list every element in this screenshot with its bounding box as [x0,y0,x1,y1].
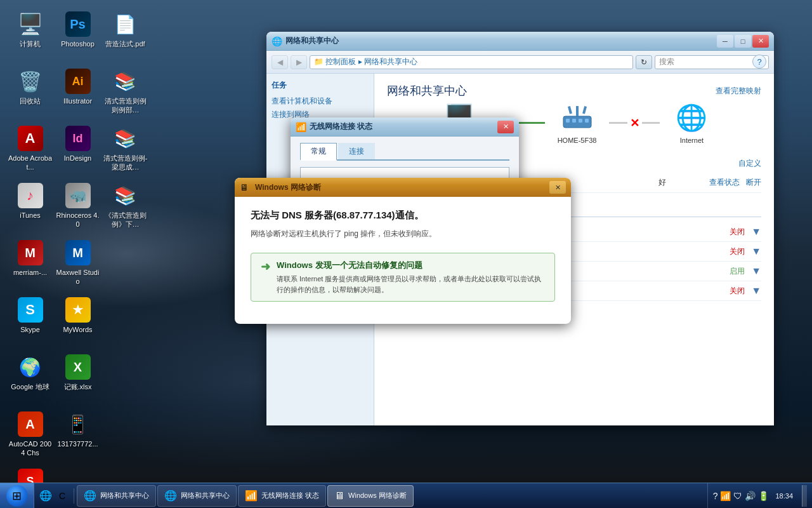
tray-volume-icon[interactable]: 🔊 [745,491,756,501]
disconnect-link[interactable]: 断开 [746,177,761,188]
desktop-icon-merriam[interactable]: M merriam-... [6,235,54,289]
node-internet: 🌐 Internet [672,102,710,144]
connection-status-wifi: 好 [658,177,697,188]
desktop-icon-google-earth[interactable]: 🌍 Google 地球 [6,349,54,403]
quick-launch-ie[interactable]: 🌐 [38,488,53,504]
desktop-icon-maxwell[interactable]: M Maxwell Studio [54,235,102,289]
network-diagnostic-dialog: 🖥 Windows 网络诊断 ✕ 无法与 DNS 服务器(68.87.77.13… [235,178,571,324]
breadcrumb[interactable]: 📁 控制面板 ▸ 网络和共享中心 [310,55,633,69]
expand-btn-1[interactable]: ▼ [751,226,761,237]
desktop-icon-mywords[interactable]: ★ MyWords [54,292,102,346]
start-button[interactable]: ⊞ [0,483,34,509]
node-router-label: HOME-5F38 [558,137,597,144]
search-placeholder: 搜索 [659,57,674,67]
diagnostic-main-text: 无法与 DNS 服务器(68.87.77.134)通信。 [251,210,555,222]
desktop-icon-acrobat[interactable]: A Adobe Acrobat... [6,121,54,175]
sharing-status-2: 关闭 [730,246,745,257]
desktop-icon-skype[interactable]: S Skype [6,292,54,346]
tab-connection[interactable]: 连接 [338,143,375,159]
tab-bar: 常规 连接 [300,143,509,161]
connection-line-broken [609,122,660,124]
desktop-icon-book3[interactable]: 📚 《清式营造则例》下… [102,178,149,232]
taskbar-item-network2[interactable]: 🌐 网络和共享中心 [157,485,237,507]
view-status-link[interactable]: 查看状态 [709,177,740,188]
desktop-icon-illustrator[interactable]: Ai Illustrator [54,64,102,117]
svg-rect-2 [572,119,576,123]
desktop-icon-photoshop[interactable]: Ps Photoshop [54,6,102,60]
taskbar-label-wireless: 无线网络连接 状态 [261,491,319,500]
desktop-icon-book2[interactable]: 📚 清式营造则例-梁思成… [102,121,149,175]
navigation-bar: ◀ ▶ 📁 控制面板 ▸ 网络和共享中心 ↻ 搜索 🔍 [266,51,774,74]
sidebar-tasks-title: 任务 [272,80,369,91]
close-button[interactable]: ✕ [752,35,769,48]
svg-rect-7 [582,106,587,114]
result-text-area: Windows 发现一个无法自动修复的问题 请联系 Internet 服务提供商… [277,260,545,295]
diagnostic-title-icon: 🖥 [240,182,250,192]
desktop-icon-computer[interactable]: 🖥️ 计算机 [6,6,54,60]
help-button[interactable]: ? [752,55,766,69]
tray-network-icon[interactable]: 📶 [720,491,731,501]
desktop-icon-recycle[interactable]: 🗑️ 回收站 [6,64,54,117]
tab-general[interactable]: 常规 [300,143,337,161]
taskbar-item-network1[interactable]: 🌐 网络和共享中心 [77,485,156,507]
result-title: Windows 发现一个无法自动修复的问题 [277,260,545,271]
tray-battery-icon[interactable]: 🔋 [758,491,769,501]
sidebar-link-view-devices[interactable]: 查看计算机和设备 [272,95,369,108]
taskbar-item-wireless[interactable]: 📶 无线网络连接 状态 [238,485,326,507]
tray-help-icon[interactable]: ? [713,491,718,501]
system-tray-icons: ? 📶 🛡 🔊 🔋 [713,491,769,501]
customize-link[interactable]: 自定义 [738,157,761,170]
taskbar-icon-network1: 🌐 [84,490,96,502]
taskbar-items-area: 🌐 网络和共享中心 🌐 网络和共享中心 📶 无线网络连接 状态 🖥 Window… [74,483,707,508]
tray-shield-icon[interactable]: 🛡 [733,491,742,501]
node-router: HOME-5F38 [558,102,597,144]
expand-btn-4[interactable]: ▼ [751,285,761,297]
taskbar-system-tray: ? 📶 🛡 🔊 🔋 18:34 [707,483,812,508]
svg-rect-1 [566,119,570,123]
diag-close-button[interactable]: ✕ [549,181,566,194]
desktop-icon-autocad[interactable]: A AutoCAD 2004 Chs [6,406,54,460]
network-main-title: 网络和共享中心 [387,83,467,98]
breadcrumb-text: 📁 控制面板 ▸ 网络和共享中心 [314,57,417,67]
quick-launch-browser[interactable]: C [55,488,70,504]
desktop-icon-pdf[interactable]: 📄 营造法式.pdf [102,6,149,60]
start-orb: ⊞ [6,485,28,507]
desktop-icon-indesign[interactable]: Id InDesign [54,121,102,175]
back-button[interactable]: ◀ [272,55,288,69]
desktop-icon-book1[interactable]: 📚 清式营造则例则例部… [102,64,149,117]
wireless-dialog-titlebar: 📶 无线网络连接 状态 ✕ [291,117,519,137]
sharing-status-3: 启用 [730,266,745,277]
expand-btn-2[interactable]: ▼ [751,246,761,257]
diagnostic-dialog-controls: ✕ [549,181,566,194]
maximize-button[interactable]: □ [735,35,751,48]
taskbar-icon-wireless: 📶 [245,490,258,502]
node-internet-label: Internet [680,137,704,144]
forward-button[interactable]: ▶ [291,55,307,69]
result-arrow-icon: ➜ [261,260,270,295]
taskbar-item-diagnostic[interactable]: 🖥 Windows 网络诊断 [327,485,414,507]
diagnostic-content: 无法与 DNS 服务器(68.87.77.134)通信。 网络诊断对远程主机执行… [235,197,571,324]
refresh-button[interactable]: ↻ [636,55,652,69]
diagnostic-sub-text: 网络诊断对远程主机执行了 ping 操作，但未收到响应。 [251,228,555,240]
search-bar[interactable]: 搜索 🔍 [655,55,769,69]
desktop-icon-rhino[interactable]: 🦏 Rhinoceros 4.0 [54,178,102,232]
system-clock[interactable]: 18:34 [773,492,796,500]
diagnostic-titlebar: 🖥 Windows 网络诊断 ✕ [235,178,571,197]
desktop-icon-itunes[interactable]: ♪ iTunes [6,178,54,232]
diagnostic-result-box: ➜ Windows 发现一个无法自动修复的问题 请联系 Internet 服务提… [251,253,555,302]
svg-rect-6 [567,106,572,114]
expand-btn-3[interactable]: ▼ [751,265,761,277]
view-full-map-link[interactable]: 查看完整映射 [716,84,761,98]
desktop-icon-phone[interactable]: 📱 131737772... [54,406,102,460]
taskbar-label-network1: 网络和共享中心 [100,491,149,500]
minimize-button[interactable]: ─ [717,35,733,48]
show-desktop-button[interactable] [802,485,807,507]
wireless-close-button[interactable]: ✕ [497,121,514,133]
sharing-status-1: 关闭 [730,227,745,237]
clock-time: 18:34 [775,492,793,500]
sharing-status-4: 关闭 [730,286,745,297]
svg-rect-4 [585,119,589,123]
wireless-dialog-icon: 📶 [296,122,306,132]
network-window-title: 网络和共享中心 [285,36,717,46]
desktop-icon-excel[interactable]: X 记账.xlsx [54,349,102,403]
